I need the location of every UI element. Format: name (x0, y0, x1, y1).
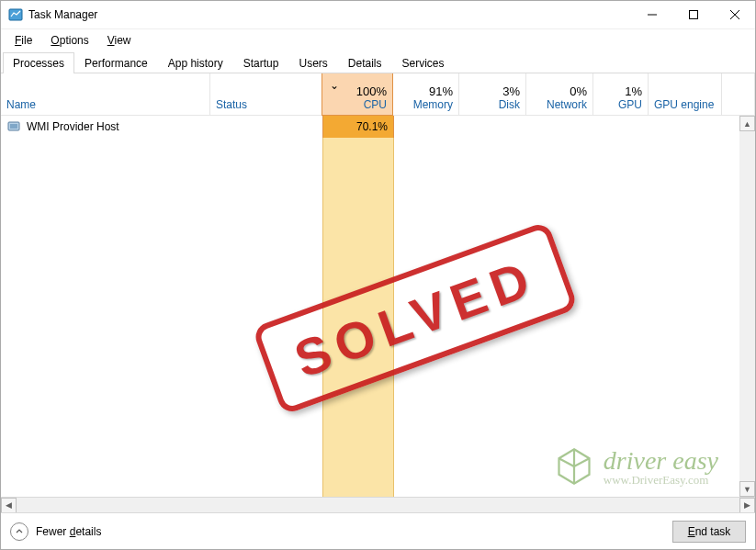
network-total-value: 0% (532, 84, 587, 98)
memory-total-value: 91% (398, 84, 453, 98)
cell-gpu-engine (650, 116, 724, 138)
scroll-down-arrow-icon[interactable]: ▼ (739, 481, 755, 497)
svg-rect-2 (689, 11, 697, 19)
cell-network (528, 116, 595, 138)
fewer-details-label: Fewer details (36, 525, 101, 538)
title-bar: Task Manager (1, 1, 755, 29)
tab-startup[interactable]: Startup (233, 52, 289, 73)
watermark-overlay: driver easy www.DriverEasy.com (554, 446, 718, 487)
cell-disk (461, 116, 528, 138)
cell-process-name: WMI Provider Host (1, 116, 210, 138)
tab-details[interactable]: Details (338, 52, 392, 73)
column-header-row: Name Status ⌄ 100% CPU 91% Memory 3% Dis… (1, 73, 755, 116)
watermark-url: www.DriverEasy.com (604, 474, 718, 486)
process-name-text: WMI Provider Host (27, 120, 119, 133)
tab-bar: Processes Performance App history Startu… (1, 51, 755, 73)
watermark-logo-icon (554, 446, 594, 487)
column-spacer (722, 73, 755, 115)
maximize-icon (689, 10, 698, 19)
menu-bar: File Options View (1, 29, 755, 51)
process-table: Name Status ⌄ 100% CPU 91% Memory 3% Dis… (1, 73, 755, 512)
end-task-button[interactable]: End task (672, 521, 746, 543)
watermark-text: driver easy www.DriverEasy.com (604, 448, 718, 486)
cell-cpu-value: 70.1% (356, 120, 388, 133)
process-icon (6, 119, 21, 134)
disk-total-value: 3% (465, 84, 520, 98)
scroll-left-arrow-icon[interactable]: ◀ (1, 498, 17, 513)
column-cpu-label: CPU (328, 98, 387, 111)
window-title: Task Manager (28, 8, 631, 21)
gpu-total-value: 1% (599, 84, 642, 98)
table-scroll-area: WMI Provider Host 70.1% SOLVED (1, 116, 755, 497)
cell-cpu: 70.1% (322, 116, 394, 138)
window-controls (631, 1, 755, 28)
table-row[interactable]: WMI Provider Host 70.1% (1, 116, 755, 138)
column-network-label: Network (532, 98, 587, 111)
tab-users[interactable]: Users (288, 52, 337, 73)
close-button[interactable] (714, 1, 755, 28)
menu-options[interactable]: Options (42, 31, 96, 50)
table-body-viewport: WMI Provider Host 70.1% SOLVED (1, 116, 755, 497)
column-network[interactable]: 0% Network (526, 73, 593, 115)
solved-stamp-overlay: SOLVED (252, 221, 579, 416)
app-icon (8, 7, 23, 22)
watermark-brand: driver easy (604, 448, 718, 474)
column-memory[interactable]: 91% Memory (392, 73, 459, 115)
tab-app-history[interactable]: App history (158, 52, 233, 73)
vertical-scrollbar[interactable]: ▲ ▼ (739, 116, 755, 497)
column-status[interactable]: Status (210, 73, 322, 115)
column-gpu-label: GPU (599, 98, 642, 111)
minimize-button[interactable] (631, 1, 672, 28)
tab-processes[interactable]: Processes (3, 52, 74, 73)
minimize-icon (648, 10, 657, 19)
sort-indicator-icon: ⌄ (330, 79, 339, 92)
tab-performance[interactable]: Performance (74, 52, 158, 73)
column-gpu[interactable]: 1% GPU (593, 73, 649, 115)
menu-file[interactable]: File (6, 31, 40, 50)
maximize-button[interactable] (672, 1, 714, 28)
cell-memory (394, 116, 461, 138)
column-gpu-engine[interactable]: GPU engine (649, 73, 722, 115)
chevron-up-icon (10, 522, 28, 541)
cell-status (210, 116, 322, 138)
task-manager-window: Task Manager File Options View Processes… (0, 0, 756, 550)
column-disk-label: Disk (465, 98, 520, 111)
scroll-right-arrow-icon[interactable]: ▶ (739, 498, 755, 513)
column-gpu-engine-label: GPU engine (654, 98, 716, 111)
tab-services[interactable]: Services (392, 52, 455, 73)
svg-rect-6 (10, 124, 17, 129)
svg-marker-7 (559, 449, 589, 483)
column-status-label: Status (216, 98, 316, 111)
column-disk[interactable]: 3% Disk (459, 73, 526, 115)
menu-view[interactable]: View (99, 31, 140, 50)
footer-bar: Fewer details End task (1, 512, 755, 549)
horizontal-scrollbar[interactable]: ◀ ▶ (1, 497, 755, 512)
column-name-label: Name (6, 98, 204, 111)
column-memory-label: Memory (398, 98, 453, 111)
column-name[interactable]: Name (1, 73, 210, 115)
column-cpu[interactable]: ⌄ 100% CPU (322, 73, 393, 116)
close-icon (730, 10, 739, 19)
fewer-details-toggle[interactable]: Fewer details (10, 522, 672, 541)
cpu-column-highlight (322, 116, 394, 497)
hscroll-track[interactable] (17, 498, 739, 512)
cell-gpu (595, 116, 650, 138)
vscroll-track[interactable] (739, 131, 755, 481)
cell-spacer (724, 116, 755, 138)
